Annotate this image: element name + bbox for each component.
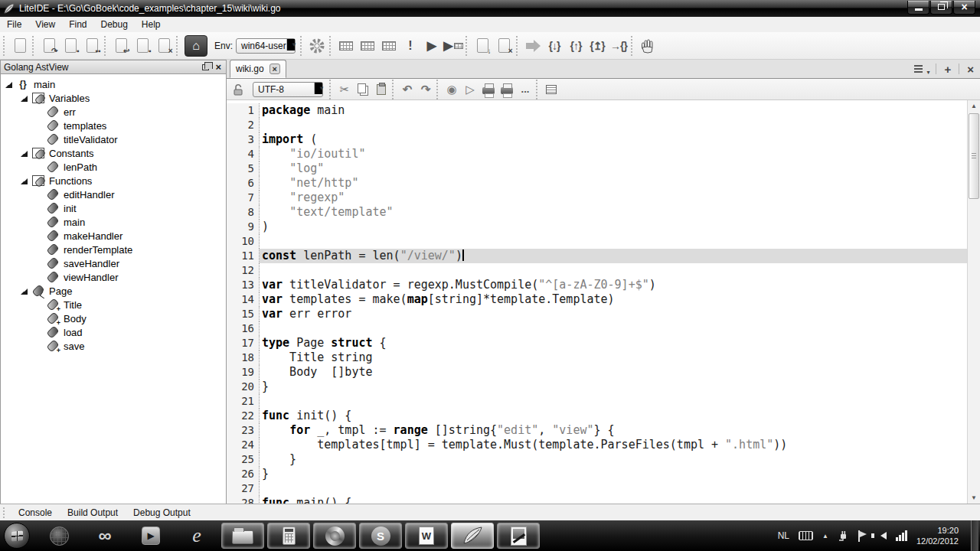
code-line-25[interactable]: 25 } bbox=[227, 452, 967, 467]
toolbar-grip[interactable] bbox=[392, 80, 395, 99]
undo-button[interactable]: ↶ bbox=[398, 80, 416, 99]
code-editor[interactable]: 1package main23import (4 "io/ioutil"5 "l… bbox=[227, 100, 980, 504]
tree-item-savehandler[interactable]: saveHandler bbox=[1, 256, 226, 270]
export-down-button[interactable]: ↓ bbox=[472, 35, 493, 57]
paste-button[interactable] bbox=[372, 80, 390, 99]
code-line-18[interactable]: 18 Title string bbox=[227, 350, 967, 365]
tree-item-load[interactable]: load bbox=[1, 325, 226, 339]
expander-icon[interactable] bbox=[21, 151, 28, 157]
toolbar-grip[interactable] bbox=[329, 80, 332, 99]
toolbar-grip[interactable] bbox=[3, 507, 6, 518]
close-file-button[interactable]: × bbox=[153, 35, 175, 57]
new-file-button[interactable] bbox=[9, 35, 31, 57]
code-line-23[interactable]: 23 for _, tmpl := range []string{"edit",… bbox=[227, 423, 967, 438]
export-close-button[interactable]: × bbox=[493, 35, 514, 57]
tree-item-title[interactable]: Title bbox=[1, 298, 226, 311]
code-lines[interactable]: 1package main23import (4 "io/ioutil"5 "l… bbox=[227, 100, 967, 504]
new-tab-icon[interactable]: + bbox=[944, 63, 951, 76]
encoding-select[interactable]: UTF-8 ▼ bbox=[253, 82, 323, 97]
install-button[interactable] bbox=[378, 35, 400, 57]
toolbar-grip[interactable] bbox=[329, 36, 332, 56]
run-build-button[interactable]: ▶ bbox=[443, 35, 464, 57]
toolbar-grip[interactable] bbox=[536, 80, 539, 99]
code-line-20[interactable]: 20} bbox=[227, 380, 967, 394]
tree-item-page[interactable]: Page bbox=[1, 284, 226, 298]
taskbar-button-media-player[interactable]: ▶ bbox=[129, 523, 172, 549]
code-line-8[interactable]: 8 "text/template" bbox=[227, 205, 967, 220]
code-line-4[interactable]: 4 "io/ioutil" bbox=[227, 147, 967, 161]
menu-view[interactable]: View bbox=[28, 17, 62, 32]
taskbar-button-word[interactable]: W bbox=[405, 523, 448, 549]
code-line-3[interactable]: 3import ( bbox=[227, 132, 967, 147]
code-line-13[interactable]: 13var titleValidator = regexp.MustCompil… bbox=[227, 278, 967, 292]
tree-item-titlevalidator[interactable]: titleValidator bbox=[1, 132, 226, 146]
code-line-10[interactable]: 10 bbox=[227, 234, 967, 249]
format-block-button[interactable]: {↥} bbox=[586, 35, 608, 57]
code-line-17[interactable]: 17type Page struct { bbox=[227, 336, 967, 350]
taskbar-button-firefox[interactable] bbox=[313, 523, 356, 549]
format-outdent-button[interactable]: {↑} bbox=[565, 35, 586, 57]
toolbar-grip[interactable] bbox=[32, 36, 35, 56]
reload-file-button[interactable]: ↩ bbox=[110, 35, 132, 57]
code-line-2[interactable]: 2 bbox=[227, 118, 967, 132]
hidden-icons-arrow[interactable]: ▲ bbox=[822, 533, 828, 540]
toolbar-grip[interactable] bbox=[3, 36, 6, 56]
copy-button[interactable] bbox=[354, 80, 372, 99]
record-button[interactable]: ◉ bbox=[443, 80, 461, 99]
menu-find[interactable]: Find bbox=[62, 17, 93, 32]
jump-button[interactable] bbox=[522, 35, 544, 57]
taskbar-button-expression[interactable]: ∞ bbox=[83, 523, 126, 549]
taskbar-clock[interactable]: 19:20 12/02/2012 bbox=[916, 525, 962, 546]
show-desktop-button[interactable] bbox=[971, 520, 978, 551]
code-line-15[interactable]: 15var err error bbox=[227, 307, 967, 321]
tree-item-edithandler[interactable]: editHandler bbox=[1, 187, 226, 201]
taskbar-button-photo-viewer[interactable] bbox=[497, 523, 540, 549]
toolbar-grip[interactable] bbox=[436, 80, 439, 99]
tree-item-makehandler[interactable]: makeHandler bbox=[1, 229, 226, 243]
code-line-28[interactable]: 28func main() { bbox=[227, 496, 967, 504]
taskbar-button-internet-explorer[interactable]: e bbox=[175, 523, 218, 549]
build-button[interactable] bbox=[335, 35, 357, 57]
taskbar-button-liteide[interactable] bbox=[451, 523, 494, 549]
code-line-7[interactable]: 7 "regexp" bbox=[227, 191, 967, 205]
format-indent-button[interactable]: {↓} bbox=[544, 35, 565, 57]
tab-list-icon[interactable] bbox=[914, 65, 928, 73]
env-select[interactable]: win64-user ▼ bbox=[236, 38, 296, 54]
start-button[interactable] bbox=[0, 523, 36, 549]
tree-item-variables[interactable]: Variables bbox=[1, 91, 226, 105]
action-center-flag-icon[interactable] bbox=[858, 530, 867, 542]
run-button[interactable]: ▶ bbox=[421, 35, 443, 57]
toolbar-grip[interactable] bbox=[176, 36, 179, 56]
code-line-6[interactable]: 6 "net/http" bbox=[227, 176, 967, 191]
scrollbar-thumb[interactable] bbox=[969, 113, 979, 199]
vertical-scrollbar[interactable]: ▲ ▼ bbox=[967, 100, 980, 504]
tree-item-functions[interactable]: Functions bbox=[1, 174, 226, 187]
bottom-tab-build-output[interactable]: Build Output bbox=[60, 505, 126, 520]
minimize-button[interactable] bbox=[907, 1, 929, 15]
home-button[interactable]: ⌂ bbox=[185, 35, 207, 57]
expander-icon[interactable] bbox=[21, 96, 28, 102]
code-line-9[interactable]: 9) bbox=[227, 220, 967, 234]
tree-item-save[interactable]: save bbox=[1, 339, 226, 353]
code-line-1[interactable]: 1package main bbox=[227, 103, 967, 118]
tree-item-templates[interactable]: templates bbox=[1, 119, 226, 132]
speaker-icon[interactable] bbox=[880, 532, 887, 540]
taskbar-button-calculator[interactable] bbox=[267, 523, 310, 549]
language-indicator[interactable]: NL bbox=[778, 530, 789, 541]
toolbar-grip[interactable] bbox=[516, 36, 519, 56]
tree-item-err[interactable]: err bbox=[1, 105, 226, 119]
tree-item-main[interactable]: main bbox=[1, 215, 226, 229]
tree-item-rendertemplate[interactable]: renderTemplate bbox=[1, 243, 226, 256]
scroll-up-icon[interactable]: ▲ bbox=[968, 100, 980, 112]
pan-button[interactable] bbox=[637, 35, 658, 57]
outline-button[interactable] bbox=[542, 80, 560, 99]
code-line-22[interactable]: 22func init() { bbox=[227, 409, 967, 423]
tree-item-main[interactable]: {}main bbox=[1, 77, 226, 91]
expander-icon[interactable] bbox=[5, 82, 12, 88]
tree-item-viewhandler[interactable]: viewHandler bbox=[1, 270, 226, 284]
code-line-19[interactable]: 19 Body []byte bbox=[227, 365, 967, 380]
code-line-24[interactable]: 24 templates[tmpl] = template.Must(templ… bbox=[227, 438, 967, 452]
toolbar-grip[interactable] bbox=[300, 36, 303, 56]
menu-file[interactable]: File bbox=[0, 17, 28, 32]
redo-button[interactable]: ↷ bbox=[416, 80, 435, 99]
